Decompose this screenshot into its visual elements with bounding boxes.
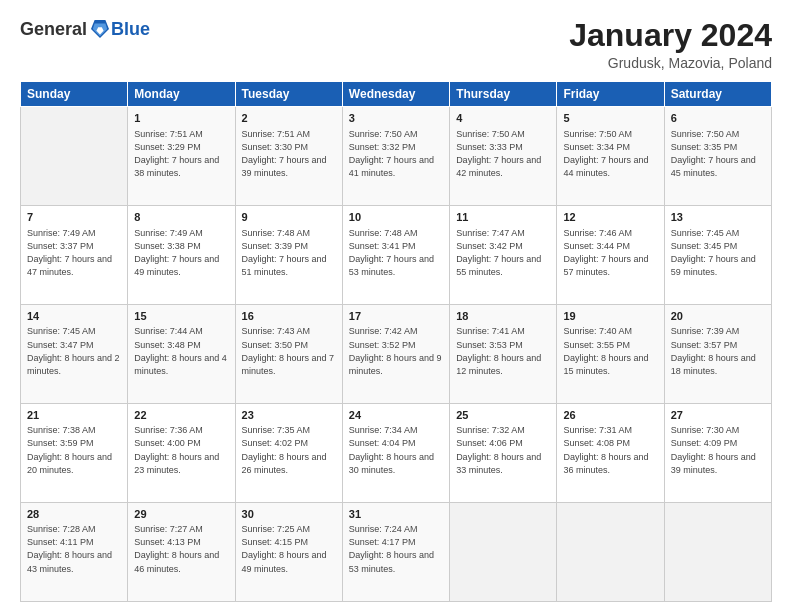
calendar-week-row: 14Sunrise: 7:45 AMSunset: 3:47 PMDayligh… — [21, 305, 772, 404]
logo-icon — [91, 18, 109, 40]
day-info: Sunrise: 7:50 AMSunset: 3:32 PMDaylight:… — [349, 128, 443, 180]
calendar-cell: 29Sunrise: 7:27 AMSunset: 4:13 PMDayligh… — [128, 503, 235, 602]
day-info: Sunrise: 7:50 AMSunset: 3:35 PMDaylight:… — [671, 128, 765, 180]
calendar-cell: 4Sunrise: 7:50 AMSunset: 3:33 PMDaylight… — [450, 107, 557, 206]
calendar-weekday-sunday: Sunday — [21, 82, 128, 107]
calendar-week-row: 21Sunrise: 7:38 AMSunset: 3:59 PMDayligh… — [21, 404, 772, 503]
day-info: Sunrise: 7:39 AMSunset: 3:57 PMDaylight:… — [671, 325, 765, 377]
calendar-table: SundayMondayTuesdayWednesdayThursdayFrid… — [20, 81, 772, 602]
day-number: 29 — [134, 507, 228, 522]
day-info: Sunrise: 7:32 AMSunset: 4:06 PMDaylight:… — [456, 424, 550, 476]
calendar-cell: 15Sunrise: 7:44 AMSunset: 3:48 PMDayligh… — [128, 305, 235, 404]
day-info: Sunrise: 7:50 AMSunset: 3:34 PMDaylight:… — [563, 128, 657, 180]
calendar-weekday-saturday: Saturday — [664, 82, 771, 107]
calendar-weekday-tuesday: Tuesday — [235, 82, 342, 107]
calendar-cell: 26Sunrise: 7:31 AMSunset: 4:08 PMDayligh… — [557, 404, 664, 503]
calendar-cell: 30Sunrise: 7:25 AMSunset: 4:15 PMDayligh… — [235, 503, 342, 602]
day-info: Sunrise: 7:38 AMSunset: 3:59 PMDaylight:… — [27, 424, 121, 476]
calendar-cell: 16Sunrise: 7:43 AMSunset: 3:50 PMDayligh… — [235, 305, 342, 404]
calendar-weekday-thursday: Thursday — [450, 82, 557, 107]
page: General Blue January 2024 Grudusk, Mazov… — [0, 0, 792, 612]
calendar-cell: 11Sunrise: 7:47 AMSunset: 3:42 PMDayligh… — [450, 206, 557, 305]
day-info: Sunrise: 7:45 AMSunset: 3:45 PMDaylight:… — [671, 227, 765, 279]
calendar-cell: 14Sunrise: 7:45 AMSunset: 3:47 PMDayligh… — [21, 305, 128, 404]
day-number: 5 — [563, 111, 657, 126]
day-number: 13 — [671, 210, 765, 225]
calendar-cell: 21Sunrise: 7:38 AMSunset: 3:59 PMDayligh… — [21, 404, 128, 503]
day-number: 22 — [134, 408, 228, 423]
subtitle: Grudusk, Mazovia, Poland — [569, 55, 772, 71]
day-number: 10 — [349, 210, 443, 225]
calendar-cell: 28Sunrise: 7:28 AMSunset: 4:11 PMDayligh… — [21, 503, 128, 602]
day-number: 30 — [242, 507, 336, 522]
day-number: 28 — [27, 507, 121, 522]
day-info: Sunrise: 7:41 AMSunset: 3:53 PMDaylight:… — [456, 325, 550, 377]
day-info: Sunrise: 7:40 AMSunset: 3:55 PMDaylight:… — [563, 325, 657, 377]
calendar-week-row: 1Sunrise: 7:51 AMSunset: 3:29 PMDaylight… — [21, 107, 772, 206]
day-info: Sunrise: 7:35 AMSunset: 4:02 PMDaylight:… — [242, 424, 336, 476]
day-info: Sunrise: 7:31 AMSunset: 4:08 PMDaylight:… — [563, 424, 657, 476]
day-number: 26 — [563, 408, 657, 423]
calendar-header-row: SundayMondayTuesdayWednesdayThursdayFrid… — [21, 82, 772, 107]
day-info: Sunrise: 7:27 AMSunset: 4:13 PMDaylight:… — [134, 523, 228, 575]
day-info: Sunrise: 7:51 AMSunset: 3:30 PMDaylight:… — [242, 128, 336, 180]
calendar-cell: 2Sunrise: 7:51 AMSunset: 3:30 PMDaylight… — [235, 107, 342, 206]
day-number: 27 — [671, 408, 765, 423]
calendar-cell: 24Sunrise: 7:34 AMSunset: 4:04 PMDayligh… — [342, 404, 449, 503]
calendar-cell: 25Sunrise: 7:32 AMSunset: 4:06 PMDayligh… — [450, 404, 557, 503]
calendar-cell: 31Sunrise: 7:24 AMSunset: 4:17 PMDayligh… — [342, 503, 449, 602]
day-number: 31 — [349, 507, 443, 522]
day-info: Sunrise: 7:50 AMSunset: 3:33 PMDaylight:… — [456, 128, 550, 180]
day-info: Sunrise: 7:45 AMSunset: 3:47 PMDaylight:… — [27, 325, 121, 377]
day-info: Sunrise: 7:28 AMSunset: 4:11 PMDaylight:… — [27, 523, 121, 575]
day-info: Sunrise: 7:43 AMSunset: 3:50 PMDaylight:… — [242, 325, 336, 377]
logo-blue: Blue — [111, 19, 150, 40]
day-info: Sunrise: 7:48 AMSunset: 3:41 PMDaylight:… — [349, 227, 443, 279]
title-block: January 2024 Grudusk, Mazovia, Poland — [569, 18, 772, 71]
calendar-cell: 22Sunrise: 7:36 AMSunset: 4:00 PMDayligh… — [128, 404, 235, 503]
logo: General Blue — [20, 18, 150, 40]
calendar-week-row: 28Sunrise: 7:28 AMSunset: 4:11 PMDayligh… — [21, 503, 772, 602]
day-info: Sunrise: 7:44 AMSunset: 3:48 PMDaylight:… — [134, 325, 228, 377]
day-number: 6 — [671, 111, 765, 126]
calendar-cell: 17Sunrise: 7:42 AMSunset: 3:52 PMDayligh… — [342, 305, 449, 404]
day-number: 2 — [242, 111, 336, 126]
day-number: 18 — [456, 309, 550, 324]
calendar-cell: 13Sunrise: 7:45 AMSunset: 3:45 PMDayligh… — [664, 206, 771, 305]
day-info: Sunrise: 7:51 AMSunset: 3:29 PMDaylight:… — [134, 128, 228, 180]
day-number: 24 — [349, 408, 443, 423]
day-info: Sunrise: 7:49 AMSunset: 3:38 PMDaylight:… — [134, 227, 228, 279]
calendar-cell: 8Sunrise: 7:49 AMSunset: 3:38 PMDaylight… — [128, 206, 235, 305]
calendar-cell: 12Sunrise: 7:46 AMSunset: 3:44 PMDayligh… — [557, 206, 664, 305]
day-number: 12 — [563, 210, 657, 225]
calendar-cell: 7Sunrise: 7:49 AMSunset: 3:37 PMDaylight… — [21, 206, 128, 305]
calendar-cell: 5Sunrise: 7:50 AMSunset: 3:34 PMDaylight… — [557, 107, 664, 206]
day-number: 17 — [349, 309, 443, 324]
calendar-cell: 3Sunrise: 7:50 AMSunset: 3:32 PMDaylight… — [342, 107, 449, 206]
header: General Blue January 2024 Grudusk, Mazov… — [20, 18, 772, 71]
calendar-cell: 23Sunrise: 7:35 AMSunset: 4:02 PMDayligh… — [235, 404, 342, 503]
calendar-cell — [557, 503, 664, 602]
day-number: 7 — [27, 210, 121, 225]
calendar-weekday-monday: Monday — [128, 82, 235, 107]
calendar-cell: 19Sunrise: 7:40 AMSunset: 3:55 PMDayligh… — [557, 305, 664, 404]
calendar-week-row: 7Sunrise: 7:49 AMSunset: 3:37 PMDaylight… — [21, 206, 772, 305]
calendar-cell: 27Sunrise: 7:30 AMSunset: 4:09 PMDayligh… — [664, 404, 771, 503]
day-number: 15 — [134, 309, 228, 324]
day-info: Sunrise: 7:36 AMSunset: 4:00 PMDaylight:… — [134, 424, 228, 476]
calendar-cell — [664, 503, 771, 602]
main-title: January 2024 — [569, 18, 772, 53]
day-number: 25 — [456, 408, 550, 423]
day-number: 14 — [27, 309, 121, 324]
day-number: 21 — [27, 408, 121, 423]
day-number: 16 — [242, 309, 336, 324]
calendar-cell: 6Sunrise: 7:50 AMSunset: 3:35 PMDaylight… — [664, 107, 771, 206]
day-info: Sunrise: 7:30 AMSunset: 4:09 PMDaylight:… — [671, 424, 765, 476]
day-number: 23 — [242, 408, 336, 423]
day-number: 9 — [242, 210, 336, 225]
day-number: 19 — [563, 309, 657, 324]
day-info: Sunrise: 7:46 AMSunset: 3:44 PMDaylight:… — [563, 227, 657, 279]
day-number: 1 — [134, 111, 228, 126]
day-info: Sunrise: 7:47 AMSunset: 3:42 PMDaylight:… — [456, 227, 550, 279]
calendar-cell: 1Sunrise: 7:51 AMSunset: 3:29 PMDaylight… — [128, 107, 235, 206]
